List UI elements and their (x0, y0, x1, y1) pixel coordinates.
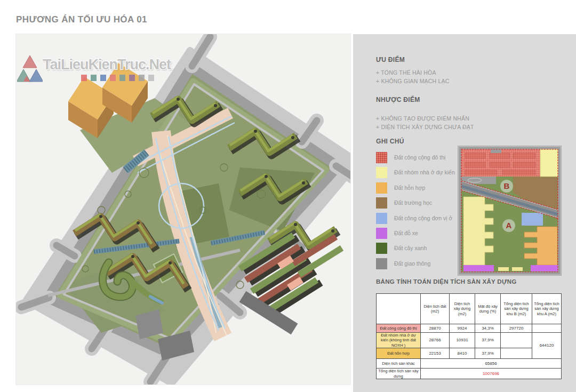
palette-square (100, 75, 106, 81)
zone-a-label: A (506, 221, 512, 230)
table-row: Diện tích sàn khác 65856 (377, 359, 562, 369)
header-cell (377, 294, 421, 324)
floor-area-table: Diện tích đất (m2) Diện tích xây dựng (m… (376, 293, 562, 379)
header-cell: Diện tích xây dựng (m2) (450, 294, 475, 324)
other-floor-area-cell: 65856 (421, 359, 562, 369)
table-row: Đất nhóm nhà ở dự kiến (không tính đất N… (377, 333, 562, 348)
legend-label: Đất trường học (394, 199, 432, 206)
palette-square (91, 75, 97, 81)
legend-label: Đất đỗ xe (394, 230, 418, 236)
cell (532, 324, 562, 333)
legend-heading: GHI CHÚ (376, 138, 404, 145)
zone-b-label: B (504, 181, 510, 190)
legend-swatch (376, 258, 387, 269)
row-label: Diện tích sàn khác (377, 359, 421, 369)
watermark-logo: TaiLieuKienTruc.Net (16, 54, 160, 92)
legend-swatch (376, 152, 387, 163)
cell: 28766 (421, 333, 450, 348)
legend-label: Đất cây xanh (394, 245, 427, 251)
legend-swatch (376, 182, 387, 194)
palette-square (139, 75, 145, 81)
cell: 37,9% (475, 348, 501, 359)
watermark-text: TaiLieuKienTruc.Net (43, 57, 171, 73)
cell: 34,3% (475, 324, 501, 333)
cell: 10931 (450, 333, 475, 348)
legend-label: Đất công cộng đô thị (394, 154, 445, 161)
disadvantage-item: + DIỆN TÍCH XÂY DỰNG CHƯA ĐẠT (376, 124, 474, 130)
palette-square (110, 75, 116, 81)
table-row: Đất công cộng đô thị 28870 9924 34,3% 29… (377, 324, 562, 333)
advantages-heading: ƯU ĐIỂM (376, 56, 405, 63)
header-cell: Diện tích đất (m2) (421, 294, 450, 324)
advantage-item: + TỔNG THỂ HÀI HÒA (376, 69, 436, 76)
info-panel: ƯU ĐIỂM + TỔNG THỂ HÀI HÒA + KHÔNG GIAN … (353, 34, 576, 392)
master-plan-panel: TaiLieuKienTruc.Net (15, 34, 351, 385)
legend-swatch (376, 167, 387, 178)
legend-swatch (376, 213, 387, 224)
page-title: PHƯƠNG ÁN TỐI ƯU HÓA 01 (16, 14, 147, 25)
header-cell: Tổng diện tích sàn xây dựng khu A (m2) (532, 294, 562, 324)
header-cell: Mật độ xây dựng (%) (475, 294, 501, 324)
total-floor-area-cell: 1007696 (421, 369, 562, 379)
cell: 22153 (421, 348, 450, 359)
row-label: Đất công cộng đô thị (377, 324, 421, 333)
cell: 8410 (450, 348, 475, 359)
disadvantages-heading: NHƯỢC ĐIỂM (376, 96, 420, 103)
cell: 297720 (501, 324, 532, 333)
presentation-board: PHƯƠNG ÁN TỐI ƯU HÓA 01 (0, 0, 576, 392)
logo-triangle-icon (17, 54, 43, 87)
table-title: BẢNG TÍNH TOÁN DIỆN TÍCH SÀN XÂY DỰNG (376, 278, 517, 285)
palette-square (148, 75, 154, 81)
table-row: Tổng diện tích sàn xây dựng 1007696 (377, 369, 562, 379)
row-label: Đất hỗn hợp (377, 348, 421, 359)
cell: 28870 (421, 324, 450, 333)
palette-square (119, 75, 125, 81)
cell: 37,9% (475, 333, 501, 348)
cell: 9924 (450, 324, 475, 333)
palette-square (129, 75, 135, 81)
legend-swatch (376, 197, 387, 209)
disadvantage-item: + KHÔNG TẠO ĐƯỢC ĐIỂM NHẤN (376, 115, 469, 122)
merged-khu-a-cell: 644120 (532, 333, 562, 359)
palette-square (81, 75, 87, 81)
legend-item: Đất công cộng đô thị (376, 152, 387, 163)
advantage-item: + KHÔNG GIAN MẠCH LẠC (376, 78, 450, 84)
zoning-key-map: B A (458, 146, 562, 276)
row-label: Tổng diện tích sàn xây dựng (377, 369, 421, 379)
legend-label: Đất công cộng đơn vị ở (394, 215, 453, 221)
cell (501, 333, 532, 348)
row-label: Đất nhóm nhà ở dự kiến (không tính đất N… (377, 333, 421, 348)
legend-label: Đất hỗn hợp (394, 185, 425, 191)
header-cell: Tổng diện tích sàn xây dựng khu B (m2) (501, 294, 532, 324)
table-header-row: Diện tích đất (m2) Diện tích xây dựng (m… (377, 294, 562, 324)
logo-palette (81, 74, 155, 83)
legend-label: Đất nhóm nhà ở dự kiến (394, 169, 455, 175)
legend-swatch (376, 228, 387, 239)
cell (501, 348, 532, 359)
legend-label: Đất giao thông (394, 260, 430, 267)
legend-swatch (376, 243, 387, 254)
